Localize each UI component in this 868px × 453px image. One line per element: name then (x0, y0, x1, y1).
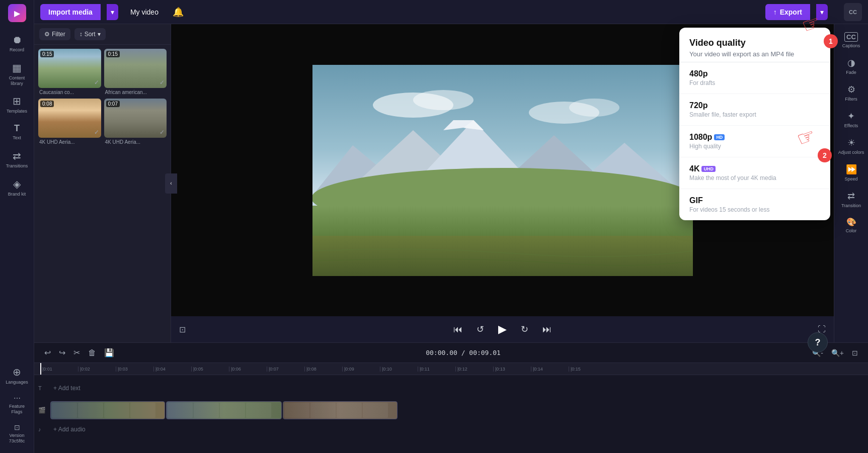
quality-desc: Smaller file, faster export (689, 111, 820, 118)
sidebar-item-languages[interactable]: ⊕ Languages (2, 362, 32, 389)
ruler-mark: |0:10 (380, 367, 418, 372)
right-item-color[interactable]: 🎨 Color (836, 213, 867, 237)
quality-name: 720p (689, 101, 820, 110)
delete-button[interactable]: 🗑 (86, 346, 98, 359)
list-item[interactable]: 0:07 ✓ 4K UHD Aeria... (104, 99, 167, 145)
video-clip[interactable] (50, 401, 165, 419)
media-thumbnail[interactable]: 0:15 ✓ (104, 49, 167, 88)
media-thumbnail[interactable]: 0:15 ✓ (38, 49, 101, 88)
right-item-filters[interactable]: ⚙ Filters (836, 80, 867, 106)
right-item-captions[interactable]: CC Captions (836, 28, 867, 52)
undo-button[interactable]: ↩ (42, 346, 53, 359)
media-thumbnail[interactable]: 0:07 ✓ (104, 99, 167, 138)
quality-option-4k[interactable]: 4K UHD Make the most of your 4K media (679, 157, 830, 189)
speed-icon: ⏩ (846, 164, 857, 175)
feature-flags-icon: ⋯ (14, 394, 21, 402)
check-icon: ✓ (160, 79, 165, 86)
sidebar-item-record[interactable]: ⏺ Record (2, 30, 32, 57)
import-media-button[interactable]: Import media (40, 4, 101, 20)
play-button[interactable]: ▶ (496, 321, 509, 338)
list-item[interactable]: 0:15 ✓ African american... (104, 49, 167, 96)
media-label: African american... (104, 88, 167, 96)
video-clip[interactable] (166, 401, 282, 419)
svg-rect-21 (168, 403, 193, 418)
sidebar-item-content-library[interactable]: ▦ Content library (2, 58, 32, 90)
collapse-panel-button[interactable]: ‹ (165, 173, 177, 194)
add-text-button[interactable]: + Add text (49, 383, 85, 394)
step-badge-1: 1 (824, 34, 838, 48)
sidebar-item-label: Templates (7, 109, 27, 114)
quality-option-gif[interactable]: GIF For videos 15 seconds or less (679, 189, 830, 220)
timeline-time: 00:00.00 / 00:09.01 (426, 349, 501, 356)
check-icon: ✓ (94, 129, 99, 136)
sidebar-item-label: Transitions (6, 163, 28, 169)
right-item-label: Filters (845, 97, 857, 102)
right-item-label: Fade (846, 70, 856, 75)
add-audio-button[interactable]: + Add audio (49, 424, 90, 435)
duration-badge: 0:08 (40, 101, 54, 107)
timeline-toolbar: ↩ ↪ ✂ 🗑 💾 00:00.00 / 00:09.01 🔍- 🔍+ ⊡ (34, 343, 868, 363)
quality-subtitle: Your video will export as an MP4 file (689, 50, 820, 58)
sidebar-item-version[interactable]: ⊡ Version 73c5f8c (2, 419, 32, 448)
right-item-adjust[interactable]: ☀ Adjust colors (836, 133, 867, 159)
sidebar-item-templates[interactable]: ⊞ Templates (2, 91, 32, 118)
sidebar-item-label: Brand kit (8, 192, 26, 197)
sidebar-item-brand-kit[interactable]: ◈ Brand kit (2, 174, 32, 201)
cut-button[interactable]: ✂ (71, 346, 82, 359)
zoom-in-button[interactable]: 🔍+ (829, 347, 846, 359)
fit-view-button[interactable]: ⊡ (850, 347, 860, 359)
right-item-speed[interactable]: ⏩ Speed (836, 160, 867, 186)
adjust-icon: ☀ (847, 137, 855, 148)
quality-name: 4K UHD (689, 164, 820, 173)
duration-badge: 0:07 (106, 101, 120, 107)
rewind-button[interactable]: ↺ (475, 322, 486, 337)
video-clip[interactable] (283, 401, 398, 419)
skip-forward-button[interactable]: ⏭ (540, 322, 554, 337)
import-media-dropdown-button[interactable]: ▾ (107, 4, 118, 20)
redo-button[interactable]: ↪ (57, 346, 67, 359)
captions-right-btn[interactable]: CC (844, 3, 862, 21)
media-thumbnail[interactable]: 0:08 ✓ (38, 99, 101, 138)
sidebar-item-transitions[interactable]: ⇄ Transitions (2, 146, 32, 173)
svg-rect-29 (363, 403, 388, 418)
quality-desc: Make the most of your 4K media (689, 174, 820, 182)
crop-button[interactable]: ⊡ (179, 325, 186, 334)
video-background (312, 65, 693, 276)
left-sidebar: ▶ ⏺ Record ▦ Content library ⊞ Templates… (0, 0, 34, 453)
help-button[interactable]: ? (808, 332, 828, 352)
ruler-mark: |0:11 (418, 367, 455, 372)
right-item-label: Captions (842, 43, 860, 48)
sidebar-item-label: Content library (4, 75, 30, 86)
video-track-content (50, 401, 868, 419)
svg-point-2 (413, 90, 474, 110)
right-item-effects[interactable]: ✦ Effects (836, 107, 867, 132)
video-scene (312, 65, 693, 276)
video-frame (312, 65, 693, 276)
ruler-mark: |0:05 (191, 367, 229, 372)
timeline-ruler: |0:01 |0:02 |0:03 |0:04 |0:05 |0:06 |0:0… (34, 363, 868, 375)
app-logo: ▶ (8, 4, 26, 22)
svg-rect-28 (337, 403, 362, 418)
forward-button[interactable]: ↻ (519, 322, 530, 337)
sidebar-item-feature-flags[interactable]: ⋯ Feature Flags (2, 390, 32, 419)
save-button[interactable]: 💾 (102, 346, 116, 359)
sort-button[interactable]: ↕ Sort ▾ (74, 28, 106, 40)
my-video-tab[interactable]: My video (124, 5, 165, 19)
ruler-mark: |0:04 (153, 367, 191, 372)
list-item[interactable]: 0:08 ✓ 4K UHD Aeria... (38, 99, 101, 145)
player-controls: ⊡ ⏮ ↺ ▶ ↻ ⏭ ⛶ (171, 316, 834, 342)
right-item-fade[interactable]: ◑ Fade (836, 53, 867, 79)
duration-badge: 0:15 (106, 51, 120, 57)
notifications-icon[interactable]: 🔔 (171, 5, 186, 20)
clip-waveform (51, 402, 165, 419)
ruler-mark: |0:12 (455, 367, 493, 372)
transition-icon: ⇄ (847, 191, 855, 202)
filter-button[interactable]: ⚙ Filter (39, 28, 70, 40)
quality-option-720p[interactable]: 720p Smaller file, faster export (679, 94, 830, 126)
skip-back-button[interactable]: ⏮ (451, 322, 464, 337)
media-grid: 0:15 ✓ Caucasian co... 0:15 ✓ African am… (34, 45, 171, 149)
right-item-transition[interactable]: ⇄ Transition (836, 187, 867, 212)
list-item[interactable]: 0:15 ✓ Caucasian co... (38, 49, 101, 96)
sidebar-item-text[interactable]: T Text (2, 119, 32, 145)
quality-option-480p[interactable]: 480p For drafts (679, 62, 830, 94)
